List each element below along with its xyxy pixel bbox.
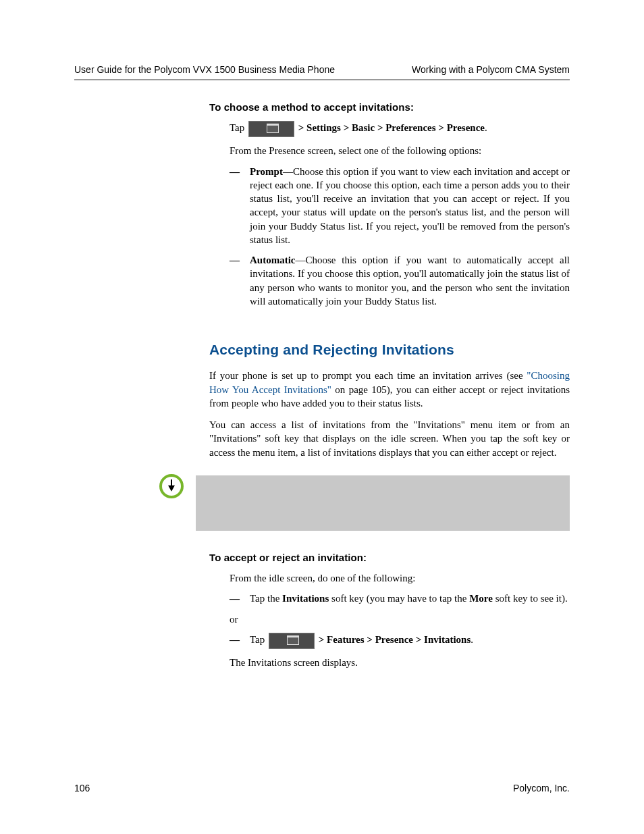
option-name: Automatic xyxy=(250,255,296,265)
page-number: 106 xyxy=(74,783,90,793)
note-body xyxy=(196,475,570,531)
presence-instruction: From the Presence screen, select one of … xyxy=(230,144,570,157)
tap-instruction-1: Tap > Settings > Basic > Preferences > P… xyxy=(230,121,570,137)
footer: 106 Polycom, Inc. xyxy=(74,783,570,793)
b1b: Invitations xyxy=(282,593,329,604)
b1c: soft key (you may have to tap the xyxy=(329,593,469,604)
or-separator: or xyxy=(230,613,570,626)
dash-bullet: — xyxy=(230,165,240,178)
company-name: Polycom, Inc. xyxy=(513,783,570,793)
header-right: Working with a Polycom CMA System xyxy=(412,64,570,75)
option-text: —Choose this option if you want to autom… xyxy=(250,255,570,307)
dash-bullet: — xyxy=(230,633,240,646)
closing-line: The Invitations screen displays. xyxy=(230,656,570,669)
header-rule xyxy=(74,79,570,80)
procedure-title-1: To choose a method to accept invitations… xyxy=(209,101,570,114)
nav-path: > Features > Presence > Invitations xyxy=(319,634,471,645)
section-heading: Accepting and Rejecting Invitations xyxy=(209,340,570,359)
page: User Guide for the Polycom VVX 1500 Busi… xyxy=(0,0,644,834)
b1a: Tap the xyxy=(250,593,282,604)
nav-path: > Settings > Basic > Preferences > Prese… xyxy=(298,123,485,134)
period: . xyxy=(471,634,473,645)
paragraph: You can access a list of invitations fro… xyxy=(209,418,570,459)
procedure-title-2: To accept or reject an invitation: xyxy=(209,551,570,565)
note-arrow-icon xyxy=(159,474,184,498)
dash-bullet: — xyxy=(230,592,240,605)
menu-button-icon xyxy=(269,633,315,649)
paragraph: If your phone is set up to prompt you ea… xyxy=(209,369,570,410)
b1d: More xyxy=(469,593,493,604)
header-left: User Guide for the Polycom VVX 1500 Busi… xyxy=(74,64,335,75)
menu-button-icon xyxy=(248,121,294,137)
instruction-line: From the idle screen, do one of the foll… xyxy=(230,571,570,585)
option-name: Prompt xyxy=(250,166,283,177)
main-content: To choose a method to accept invitations… xyxy=(209,101,570,669)
dash-bullet: — xyxy=(230,253,240,267)
list-item: — Prompt—Choose this option if you want … xyxy=(230,165,570,247)
list-item: — Automatic—Choose this option if you wa… xyxy=(230,253,570,308)
list-item: — Tap > Features > Presence > Invitation… xyxy=(230,633,570,649)
tap-prefix: Tap xyxy=(250,634,267,645)
p1-part-a: If your phone is set up to prompt you ea… xyxy=(209,370,527,381)
tap-prefix: Tap xyxy=(230,123,247,134)
period: . xyxy=(485,123,487,134)
b1e: soft key to see it). xyxy=(493,593,568,604)
note-block xyxy=(176,475,570,531)
running-header: User Guide for the Polycom VVX 1500 Busi… xyxy=(74,64,570,79)
list-item: — Tap the Invitations soft key (you may … xyxy=(230,592,570,605)
option-text: —Choose this option if you want to view … xyxy=(250,166,570,245)
